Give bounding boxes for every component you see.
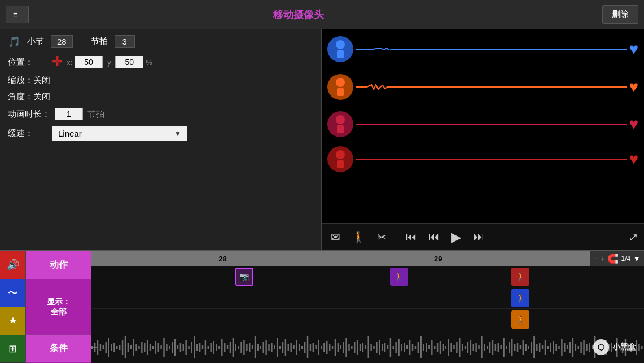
char-blob-red bbox=[327, 146, 353, 172]
angle-label: 角度：关闭 bbox=[8, 91, 50, 102]
skip-to-start-button[interactable]: ⏮ bbox=[402, 228, 420, 246]
email-icon[interactable]: ✉ bbox=[327, 228, 344, 246]
svg-rect-18 bbox=[105, 342, 106, 353]
y-input[interactable] bbox=[115, 56, 143, 68]
minus-button[interactable]: − bbox=[594, 254, 598, 263]
svg-rect-79 bbox=[274, 345, 275, 349]
filter-icon[interactable]: ▼ bbox=[633, 254, 641, 263]
watermark-icon: ⬡ bbox=[598, 343, 604, 352]
delete-button[interactable]: 删除 bbox=[602, 5, 638, 24]
svg-rect-109 bbox=[357, 340, 358, 355]
svg-rect-121 bbox=[390, 338, 391, 357]
svg-rect-80 bbox=[277, 338, 278, 357]
camera-event-block[interactable]: 📷 bbox=[235, 268, 253, 286]
svg-rect-191 bbox=[583, 340, 584, 355]
page-title: 移动摄像头 bbox=[1, 8, 597, 21]
char-event-purple[interactable]: 🚶 bbox=[390, 268, 408, 286]
svg-rect-77 bbox=[268, 344, 269, 351]
walk-icon[interactable]: 🚶 bbox=[348, 228, 369, 246]
svg-rect-156 bbox=[487, 346, 488, 349]
action-label[interactable]: 动作 bbox=[26, 251, 91, 279]
preview-controls: ✉ 🚶 ✂ ⏮ ⏮ ▶ ⏮ ⤢ bbox=[322, 223, 644, 250]
svg-rect-75 bbox=[262, 342, 264, 353]
char-event-orange[interactable]: 🚶 bbox=[511, 310, 529, 329]
show-all-label[interactable]: 显示： 全部 bbox=[26, 279, 91, 335]
svg-rect-43 bbox=[174, 339, 176, 356]
svg-rect-158 bbox=[492, 340, 493, 355]
svg-rect-87 bbox=[296, 340, 297, 355]
svg-rect-102 bbox=[338, 343, 339, 352]
prev-frame-button[interactable]: ⏮ bbox=[425, 228, 443, 246]
svg-rect-64 bbox=[233, 338, 234, 357]
easing-dropdown[interactable]: Linear ▼ bbox=[52, 126, 187, 141]
char-line-blue: ♥ bbox=[322, 32, 644, 66]
main-content: 🎵 小节 28 节拍 3 位置： ✛ x: y: % 缩放：关闭 bbox=[0, 29, 644, 250]
svg-rect-130 bbox=[415, 346, 416, 349]
svg-rect-29 bbox=[135, 344, 137, 351]
star-track-button[interactable]: ★ bbox=[0, 307, 25, 335]
svg-rect-41 bbox=[169, 346, 170, 349]
track-rows: 📷 🚶 🚶 🚶 bbox=[91, 266, 644, 363]
x-input[interactable] bbox=[75, 56, 103, 68]
x-coord-box: x: bbox=[67, 56, 103, 68]
svg-rect-174 bbox=[536, 344, 537, 351]
svg-rect-150 bbox=[470, 340, 471, 355]
svg-rect-52 bbox=[199, 343, 200, 352]
person-icon-1: 🚶 bbox=[394, 272, 404, 281]
svg-rect-19 bbox=[108, 338, 109, 357]
watermark-logo: ⬡ bbox=[593, 339, 609, 355]
svg-rect-133 bbox=[423, 344, 424, 351]
play-button[interactable]: ▶ bbox=[448, 227, 465, 247]
svg-rect-192 bbox=[586, 344, 587, 351]
beat-value: 3 bbox=[115, 35, 135, 48]
char-event-blue[interactable]: 🚶 bbox=[511, 289, 529, 307]
heart-orange: ♥ bbox=[629, 78, 638, 96]
svg-rect-165 bbox=[511, 339, 512, 356]
char-icon-red bbox=[330, 149, 351, 169]
svg-rect-15 bbox=[97, 340, 98, 355]
svg-rect-56 bbox=[210, 343, 211, 352]
svg-rect-152 bbox=[475, 343, 476, 352]
magnet-icon[interactable]: 🧲 bbox=[607, 253, 619, 264]
audio-track-button[interactable]: 🔊 bbox=[0, 251, 25, 279]
svg-rect-48 bbox=[188, 346, 189, 349]
svg-rect-96 bbox=[321, 346, 322, 349]
svg-rect-141 bbox=[445, 346, 446, 349]
svg-rect-38 bbox=[160, 345, 161, 349]
timeline-main: 28 29 3 − + 🧲 1/4 ▼ 📷 🚶 bbox=[91, 251, 644, 363]
wave-track-button[interactable]: 〜 bbox=[0, 279, 25, 308]
next-frame-button[interactable]: ⏮ bbox=[469, 228, 487, 246]
scissors-icon[interactable]: ✂ bbox=[374, 228, 390, 246]
svg-rect-61 bbox=[224, 343, 225, 352]
svg-rect-63 bbox=[230, 342, 231, 353]
svg-rect-145 bbox=[456, 342, 457, 353]
svg-rect-185 bbox=[567, 345, 568, 349]
condition-label[interactable]: 条件 bbox=[26, 335, 91, 363]
anim-duration-input[interactable] bbox=[55, 108, 83, 120]
svg-rect-32 bbox=[144, 343, 145, 352]
svg-rect-120 bbox=[387, 345, 388, 349]
waveform-visual bbox=[91, 332, 644, 363]
svg-rect-22 bbox=[116, 346, 117, 349]
grid-track-button[interactable]: ⊞ bbox=[0, 335, 25, 364]
svg-rect-212 bbox=[641, 346, 642, 349]
expand-icon[interactable]: ⤢ bbox=[629, 230, 638, 244]
anim-beat-label: 节拍 bbox=[87, 109, 104, 120]
y-coord-box: y: % bbox=[107, 56, 152, 68]
grid-icon: ⊞ bbox=[8, 343, 17, 355]
person-icon-4: 🚶 bbox=[516, 315, 525, 324]
svg-rect-47 bbox=[185, 340, 186, 355]
svg-rect-24 bbox=[122, 340, 123, 355]
svg-rect-37 bbox=[157, 343, 159, 352]
svg-rect-73 bbox=[257, 344, 259, 351]
wave-icon: 〜 bbox=[8, 286, 18, 300]
char-event-red[interactable]: 🚶 bbox=[511, 268, 529, 286]
svg-rect-53 bbox=[202, 345, 203, 349]
svg-rect-164 bbox=[509, 342, 510, 353]
position-crosshair-icon[interactable]: ✛ bbox=[52, 55, 62, 69]
svg-rect-34 bbox=[150, 344, 151, 351]
plus-button[interactable]: + bbox=[601, 254, 605, 263]
easing-value: Linear bbox=[58, 129, 82, 138]
svg-rect-107 bbox=[351, 346, 352, 349]
speaker-icon: 🔊 bbox=[7, 259, 19, 271]
